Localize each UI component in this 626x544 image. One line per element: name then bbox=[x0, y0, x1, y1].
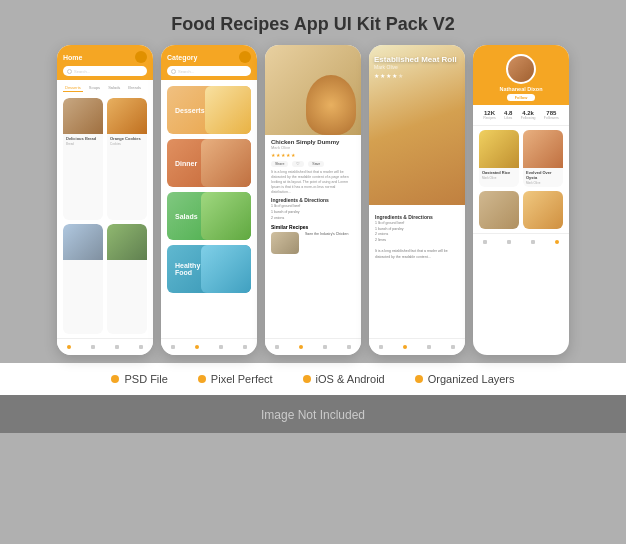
feature-label-ios: iOS & Android bbox=[316, 373, 385, 385]
similar-item-name: Saen the Industry's Chicken bbox=[302, 232, 355, 254]
food-detail-content: Ingredients & Directions 1 lb of ground … bbox=[369, 205, 465, 338]
tab-salads[interactable]: Salads bbox=[106, 84, 122, 92]
food-ingr-text: 1 lb of ground beef1 bunch of parsley2 o… bbox=[375, 221, 459, 260]
nav-search-icon[interactable] bbox=[89, 343, 97, 351]
phone-detail: Chicken Simply Dummy Mark Olive ★ ★ ★ ★ … bbox=[265, 45, 361, 355]
save-btn[interactable]: Save bbox=[308, 161, 324, 167]
cat-salads[interactable]: Salads bbox=[167, 192, 251, 240]
stat-recipes-label: Recipes bbox=[483, 116, 496, 120]
fp-star-1: ★ bbox=[374, 72, 379, 79]
stat-recipes: 12K Recipes bbox=[483, 110, 496, 120]
profile-food-2[interactable]: Evolved Over Oysta Mark Olive bbox=[523, 130, 563, 187]
category-avatar bbox=[239, 51, 251, 63]
cat-img-healthy bbox=[201, 245, 251, 293]
detail-content: Chicken Simply Dummy Mark Olive ★ ★ ★ ★ … bbox=[265, 135, 361, 338]
stat-following: 4.2k Following bbox=[521, 110, 536, 120]
fp-star-3: ★ bbox=[386, 72, 391, 79]
food-big-name: Established Meat Roll bbox=[374, 55, 460, 64]
pf-img-3 bbox=[479, 191, 519, 229]
home-header: Home Search... bbox=[57, 45, 153, 80]
phone-category: Category Search... Desserts Dinner Salad… bbox=[161, 45, 257, 355]
food-card-2[interactable]: Orange Cookies Cookies bbox=[107, 98, 147, 220]
profile-food-1[interactable]: Oastrated Rice Mark Olive bbox=[479, 130, 519, 187]
category-bottom-nav bbox=[161, 338, 257, 355]
food-label-3 bbox=[63, 260, 103, 263]
feature-pixel: Pixel Perfect bbox=[198, 373, 273, 385]
food-sub-1: Bread bbox=[63, 142, 103, 148]
similar-row: Saen the Industry's Chicken bbox=[271, 232, 355, 254]
food-label-2: Orange Cookies bbox=[107, 134, 147, 142]
fp-nav-recipe[interactable] bbox=[425, 343, 433, 351]
stat-likes: 4.8 Likes bbox=[504, 110, 512, 120]
tab-desserts[interactable]: Desserts bbox=[63, 84, 83, 92]
phone-home: Home Search... Desserts Soups Salads Bre… bbox=[57, 45, 153, 355]
cat-dinner[interactable]: Dinner bbox=[167, 139, 251, 187]
profile-food-3[interactable] bbox=[479, 191, 519, 229]
nav-home-icon[interactable] bbox=[65, 343, 73, 351]
pr-nav-fav[interactable] bbox=[529, 238, 537, 246]
stat-following-label: Following bbox=[521, 116, 536, 120]
stat-followers: 785 Followers bbox=[544, 110, 559, 120]
profile-grid: Oastrated Rice Mark Olive Evolved Over O… bbox=[473, 126, 569, 233]
follow-button[interactable]: Follow bbox=[507, 94, 536, 101]
pr-nav-profile[interactable] bbox=[553, 238, 561, 246]
feature-label-psd: PSD File bbox=[124, 373, 167, 385]
cat-img-dinner bbox=[201, 139, 251, 187]
fp-nav-profile[interactable] bbox=[449, 343, 457, 351]
pr-nav-cat[interactable] bbox=[505, 238, 513, 246]
fp-nav-home[interactable] bbox=[401, 343, 409, 351]
cat-nav-fav[interactable] bbox=[217, 343, 225, 351]
tab-breads[interactable]: Breads bbox=[126, 84, 143, 92]
profile-food-4[interactable] bbox=[523, 191, 563, 229]
cat-nav-profile[interactable] bbox=[241, 343, 249, 351]
phone-food-photo: Established Meat Roll Mark Olive ★ ★ ★ ★… bbox=[369, 45, 465, 355]
detail-description: It is a long established fact that a rea… bbox=[271, 170, 355, 194]
cat-nav-cat[interactable] bbox=[193, 343, 201, 351]
nav-profile-icon[interactable] bbox=[137, 343, 145, 351]
tab-soups[interactable]: Soups bbox=[87, 84, 102, 92]
feature-layers: Organized Layers bbox=[415, 373, 515, 385]
det-nav-profile[interactable] bbox=[345, 343, 353, 351]
feature-dot-psd bbox=[111, 375, 119, 383]
phones-container: Home Search... Desserts Soups Salads Bre… bbox=[47, 45, 579, 355]
cat-desserts[interactable]: Desserts bbox=[167, 86, 251, 134]
home-search[interactable]: Search... bbox=[63, 66, 147, 76]
pr-nav-home[interactable] bbox=[481, 238, 489, 246]
cat-healthy[interactable]: Healthy Food bbox=[167, 245, 251, 293]
pf-sub-2: Mark Olive bbox=[523, 181, 563, 187]
cat-nav-home[interactable] bbox=[169, 343, 177, 351]
pf-img-2 bbox=[523, 130, 563, 168]
home-avatar bbox=[135, 51, 147, 63]
cat-label-dinner: Dinner bbox=[167, 160, 197, 167]
ingredients-title: Ingredients & Directions bbox=[271, 197, 355, 203]
feature-psd: PSD File bbox=[111, 373, 167, 385]
not-included-bar: Image Not Included bbox=[0, 395, 626, 433]
food-card-4[interactable] bbox=[107, 224, 147, 335]
detail-hero-image bbox=[265, 45, 361, 135]
profile-bottom-nav bbox=[473, 233, 569, 250]
page-title: Food Recipes App UI Kit Pack V2 bbox=[171, 14, 454, 35]
home-title: Home bbox=[63, 54, 82, 61]
search-placeholder: Search... bbox=[74, 69, 90, 74]
pf-img-1 bbox=[479, 130, 519, 168]
det-nav-fav[interactable] bbox=[297, 343, 305, 351]
food-bottom-nav bbox=[369, 338, 465, 355]
det-nav-home[interactable] bbox=[273, 343, 281, 351]
category-header: Category Search... bbox=[161, 45, 257, 80]
food-overlay: Established Meat Roll Mark Olive ★ ★ ★ ★… bbox=[374, 55, 460, 81]
profile-avatar bbox=[506, 54, 536, 84]
nav-fav-icon[interactable] bbox=[113, 343, 121, 351]
like-btn[interactable]: ♡ bbox=[292, 161, 304, 167]
food-sub-2: Cookies bbox=[107, 142, 147, 148]
food-image-1 bbox=[63, 98, 103, 134]
phone-profile: Nathaneal Dixon Follow 12K Recipes 4.8 L… bbox=[473, 45, 569, 355]
share-btn[interactable]: Share bbox=[271, 161, 288, 167]
food-card-3[interactable] bbox=[63, 224, 103, 335]
cat-img-salads bbox=[201, 192, 251, 240]
detail-stars: ★ ★ ★ ★ ★ bbox=[271, 152, 355, 158]
fp-nav-fav[interactable] bbox=[377, 343, 385, 351]
det-nav-recipe[interactable] bbox=[321, 343, 329, 351]
category-search[interactable]: Search... bbox=[167, 66, 251, 76]
similar-img-1[interactable] bbox=[271, 232, 299, 254]
food-card-1[interactable]: Delicious Bread Bread bbox=[63, 98, 103, 220]
